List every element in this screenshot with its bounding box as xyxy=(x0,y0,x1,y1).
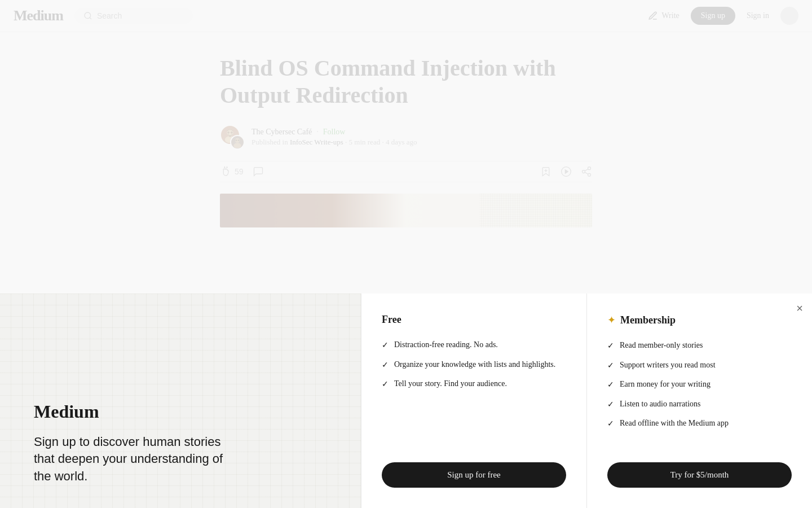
try-membership-button[interactable]: Try for $5/month xyxy=(607,462,792,488)
free-feature-3-text: Tell your story. Find your audience. xyxy=(394,378,507,389)
mem-feature-4: ✓ Listen to audio narrations xyxy=(607,398,792,410)
mem-check-icon-5: ✓ xyxy=(607,418,614,430)
free-feature-3: ✓ Tell your story. Find your audience. xyxy=(382,378,566,390)
free-feature-list: ✓ Distraction-free reading. No ads. ✓ Or… xyxy=(382,339,566,390)
overlay-tagline: Sign up to discover human stories that d… xyxy=(34,433,237,485)
overlay-backdrop: × Medium Sign up to discover human stori… xyxy=(0,0,812,508)
overlay-left: Medium Sign up to discover human stories… xyxy=(0,294,361,508)
check-icon-2: ✓ xyxy=(382,360,389,371)
mem-feature-2-text: Support writers you read most xyxy=(620,360,716,371)
mem-feature-3: ✓ Earn money for your writing xyxy=(607,379,792,391)
free-feature-2-text: Organize your knowledge with lists and h… xyxy=(394,359,555,370)
overlay-medium-logo: Medium xyxy=(34,401,327,422)
free-plan-card: Free ✓ Distraction-free reading. No ads.… xyxy=(361,294,586,508)
check-icon-1: ✓ xyxy=(382,340,389,351)
mem-feature-3-text: Earn money for your writing xyxy=(620,379,710,390)
free-feature-1: ✓ Distraction-free reading. No ads. xyxy=(382,339,566,351)
signup-free-button[interactable]: Sign up for free xyxy=(382,462,566,488)
free-feature-1-text: Distraction-free reading. No ads. xyxy=(394,339,498,351)
mem-check-icon-2: ✓ xyxy=(607,360,614,371)
check-icon-3: ✓ xyxy=(382,379,389,390)
mem-feature-1-text: Read member-only stories xyxy=(620,340,703,351)
close-button[interactable]: × xyxy=(796,303,803,314)
free-feature-2: ✓ Organize your knowledge with lists and… xyxy=(382,359,566,371)
mem-check-icon-3: ✓ xyxy=(607,379,614,391)
membership-star: ✦ xyxy=(607,314,616,326)
membership-feature-list: ✓ Read member-only stories ✓ Support wri… xyxy=(607,340,792,430)
mem-feature-2: ✓ Support writers you read most xyxy=(607,360,792,371)
free-plan-title: Free xyxy=(382,314,566,326)
membership-plan-title: Membership xyxy=(620,314,676,326)
mem-check-icon-4: ✓ xyxy=(607,399,614,410)
membership-plan-card: ✦ Membership ✓ Read member-only stories … xyxy=(586,294,812,508)
mem-check-icon-1: ✓ xyxy=(607,340,614,352)
mem-feature-5-text: Read offline with the Medium app xyxy=(620,418,729,429)
mem-feature-1: ✓ Read member-only stories xyxy=(607,340,792,352)
mem-feature-4-text: Listen to audio narrations xyxy=(620,398,700,410)
membership-title-row: ✦ Membership xyxy=(607,314,792,326)
mem-feature-5: ✓ Read offline with the Medium app xyxy=(607,418,792,430)
overlay-container: × Medium Sign up to discover human stori… xyxy=(0,294,812,508)
